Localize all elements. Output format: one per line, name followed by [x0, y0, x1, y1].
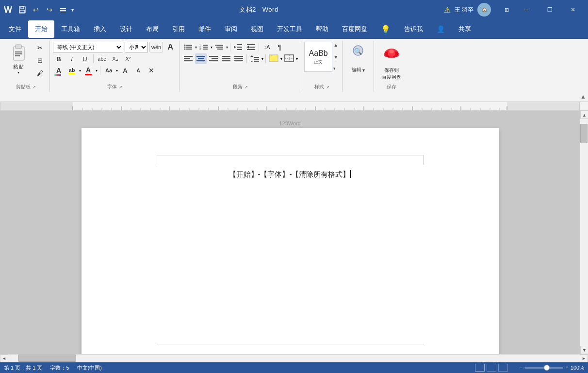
text-effect-button[interactable]: A: [53, 65, 65, 76]
font-color-dropdown[interactable]: ▾: [96, 68, 98, 73]
italic-button[interactable]: I: [66, 53, 78, 64]
clipboard-expand-icon[interactable]: ↗: [33, 85, 36, 89]
borders-dropdown[interactable]: ▾: [296, 57, 298, 61]
styles-up-arrow[interactable]: ▲: [333, 43, 338, 48]
numbering-button[interactable]: 1.2.3.: [198, 42, 210, 52]
menu-help[interactable]: 帮助: [309, 20, 335, 38]
scroll-left-button[interactable]: ◄: [0, 355, 8, 363]
paste-button[interactable]: 粘贴 ▾: [5, 42, 32, 77]
format-painter-button[interactable]: 🖌: [33, 67, 47, 79]
distributed-button[interactable]: [233, 53, 245, 64]
scroll-thumb[interactable]: [580, 124, 588, 143]
multilevel-dropdown[interactable]: ▾: [226, 45, 228, 50]
menu-home[interactable]: 开始: [28, 20, 54, 38]
font-color-button[interactable]: A: [82, 65, 94, 76]
change-case-button[interactable]: Aa: [103, 65, 114, 76]
shrink-font-button[interactable]: A: [132, 65, 144, 76]
print-layout-view-button[interactable]: [475, 364, 485, 372]
align-center-button[interactable]: [195, 53, 207, 64]
close-button[interactable]: ✕: [562, 0, 584, 19]
increase-indent-button[interactable]: [245, 42, 257, 52]
grow-font-button[interactable]: A: [119, 65, 131, 76]
styles-expand-icon[interactable]: ↗: [326, 85, 329, 89]
normal-style-preview[interactable]: AaBb 正文: [304, 42, 332, 72]
menu-layout[interactable]: 布局: [139, 20, 165, 38]
document-area[interactable]: 123Word: [0, 111, 588, 354]
show-marks-button[interactable]: ¶: [274, 42, 285, 52]
group-windows-button[interactable]: ⊞: [499, 0, 514, 19]
menu-mailings[interactable]: 邮件: [192, 20, 218, 38]
collapse-ribbon-button[interactable]: ▲: [580, 93, 586, 100]
align-left-button[interactable]: [182, 53, 194, 64]
scroll-right-button[interactable]: ►: [580, 355, 588, 363]
user-avatar[interactable]: 🏠: [477, 3, 491, 17]
shading-button[interactable]: [268, 53, 279, 64]
copy-button[interactable]: ⊞: [33, 54, 47, 66]
scroll-track[interactable]: [580, 119, 588, 346]
paste-dropdown-arrow[interactable]: ▾: [17, 70, 19, 75]
highlight-color-button[interactable]: ab: [66, 65, 78, 76]
document-page[interactable]: 【开始】-【字体】-【清除所有格式】: [82, 128, 499, 354]
underline-button[interactable]: U: [79, 53, 91, 64]
highlight-dropdown[interactable]: ▾: [79, 68, 81, 73]
bold-button[interactable]: B: [53, 53, 65, 64]
menu-developer[interactable]: 开发工具: [270, 20, 309, 38]
zoom-thumb[interactable]: [544, 365, 550, 371]
clear-format-button[interactable]: ✕: [146, 65, 157, 76]
decrease-indent-button[interactable]: [232, 42, 244, 52]
menu-design[interactable]: 设计: [113, 20, 139, 38]
document-content[interactable]: 【开始】-【字体】-【清除所有格式】: [120, 167, 460, 182]
menu-references[interactable]: 引用: [165, 20, 192, 38]
zoom-minus-button[interactable]: −: [520, 365, 523, 371]
web-layout-view-button[interactable]: [487, 364, 496, 372]
hscroll-thumb[interactable]: [18, 355, 76, 362]
menu-share-icon[interactable]: 👤: [430, 20, 452, 38]
document-body-text[interactable]: 【开始】-【字体】-【清除所有格式】: [120, 167, 460, 182]
save-baidu-button[interactable]: 保存到 百度网盘: [377, 42, 406, 83]
multilevel-button[interactable]: [213, 42, 225, 52]
numbering-dropdown[interactable]: ▾: [211, 45, 212, 50]
align-right-button[interactable]: [208, 53, 219, 64]
menu-review[interactable]: 审阅: [218, 20, 244, 38]
scroll-down-button[interactable]: ▼: [580, 346, 588, 354]
minimize-button[interactable]: ─: [515, 0, 538, 19]
bullets-button[interactable]: [182, 42, 194, 52]
zoom-slider[interactable]: [524, 367, 563, 369]
menu-tellme[interactable]: 告诉我: [397, 20, 430, 38]
styles-expand-arrow[interactable]: ▾: [333, 67, 338, 71]
change-case-dropdown[interactable]: ▾: [116, 68, 118, 73]
undo-button[interactable]: ↩: [31, 4, 41, 15]
menu-insert[interactable]: 插入: [87, 20, 113, 38]
line-spacing-dropdown[interactable]: ▾: [261, 57, 263, 61]
menu-view[interactable]: 视图: [244, 20, 270, 38]
hscroll-track[interactable]: [8, 355, 580, 363]
editing-button[interactable]: 🔍 编辑 ▾: [345, 42, 371, 75]
zoom-plus-button[interactable]: +: [565, 365, 568, 371]
strikethrough-button[interactable]: abc: [96, 53, 108, 64]
restore-button[interactable]: ❐: [539, 0, 561, 19]
line-spacing-button[interactable]: [249, 53, 261, 64]
font-name-select[interactable]: 等线 (中文正文): [53, 42, 123, 52]
font-size-select[interactable]: 小四: [125, 42, 148, 52]
font-big-a-button[interactable]: A: [164, 42, 176, 52]
sort-button[interactable]: ↕A: [261, 42, 273, 52]
styles-down-arrow[interactable]: ▼: [333, 55, 338, 60]
justify-button[interactable]: [220, 53, 232, 64]
shading-dropdown[interactable]: ▾: [280, 57, 282, 61]
read-mode-button[interactable]: [498, 364, 508, 372]
borders-button[interactable]: [283, 53, 295, 64]
paragraph-expand-icon[interactable]: ↗: [245, 85, 248, 89]
font-expand-icon[interactable]: ↗: [119, 85, 122, 89]
bullets-dropdown[interactable]: ▾: [195, 45, 197, 50]
scroll-up-button[interactable]: ▲: [580, 111, 588, 119]
menu-file[interactable]: 文件: [2, 20, 28, 38]
menu-toolbox[interactable]: 工具箱: [54, 20, 87, 38]
redo-button[interactable]: ↪: [44, 4, 55, 15]
menu-share[interactable]: 共享: [452, 20, 478, 38]
menu-lightbulb[interactable]: 💡: [374, 20, 397, 38]
wubi-input-button[interactable]: wén: [149, 42, 163, 52]
quick-save-button[interactable]: [17, 4, 28, 15]
menu-baidu[interactable]: 百度网盘: [335, 20, 374, 38]
cut-button[interactable]: ✂: [33, 42, 47, 53]
superscript-button[interactable]: X²: [122, 53, 134, 64]
